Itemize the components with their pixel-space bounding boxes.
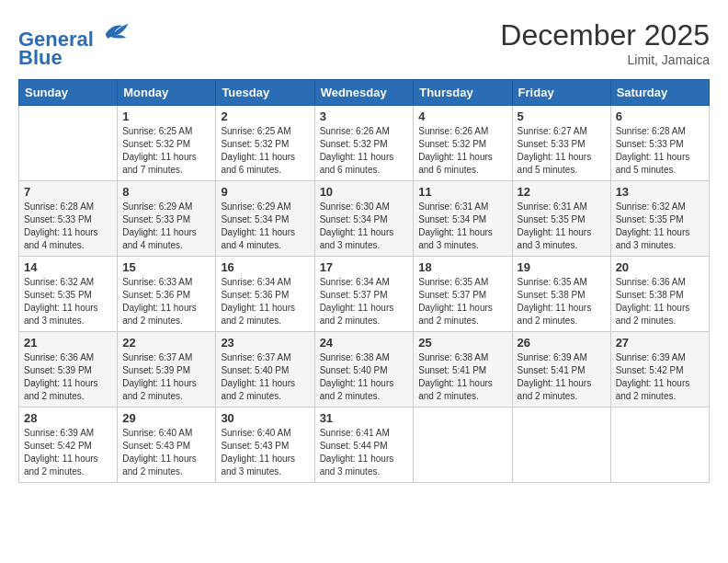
day-header-saturday: Saturday bbox=[610, 80, 709, 106]
calendar-cell: 11Sunrise: 6:31 AM Sunset: 5:34 PM Dayli… bbox=[414, 181, 512, 257]
day-number: 6 bbox=[616, 109, 704, 123]
calendar-cell: 5Sunrise: 6:27 AM Sunset: 5:33 PM Daylig… bbox=[512, 106, 610, 181]
day-info: Sunrise: 6:26 AM Sunset: 5:32 PM Dayligh… bbox=[418, 125, 506, 177]
calendar-cell: 27Sunrise: 6:39 AM Sunset: 5:42 PM Dayli… bbox=[610, 332, 709, 408]
calendar-cell: 4Sunrise: 6:26 AM Sunset: 5:32 PM Daylig… bbox=[414, 106, 512, 181]
day-info: Sunrise: 6:31 AM Sunset: 5:35 PM Dayligh… bbox=[518, 201, 606, 252]
calendar-cell bbox=[414, 408, 512, 483]
calendar-cell bbox=[610, 408, 709, 483]
day-info: Sunrise: 6:37 AM Sunset: 5:40 PM Dayligh… bbox=[221, 351, 309, 403]
day-number: 23 bbox=[221, 336, 309, 350]
day-info: Sunrise: 6:28 AM Sunset: 5:33 PM Dayligh… bbox=[616, 125, 704, 177]
day-number: 21 bbox=[24, 336, 112, 350]
day-number: 8 bbox=[122, 185, 210, 199]
day-info: Sunrise: 6:37 AM Sunset: 5:39 PM Dayligh… bbox=[122, 351, 210, 403]
day-info: Sunrise: 6:38 AM Sunset: 5:41 PM Dayligh… bbox=[418, 351, 506, 403]
calendar-cell: 28Sunrise: 6:39 AM Sunset: 5:42 PM Dayli… bbox=[19, 408, 118, 483]
day-info: Sunrise: 6:35 AM Sunset: 5:38 PM Dayligh… bbox=[518, 276, 606, 327]
day-header-wednesday: Wednesday bbox=[314, 80, 414, 106]
calendar-cell: 26Sunrise: 6:39 AM Sunset: 5:41 PM Dayli… bbox=[512, 332, 610, 408]
calendar-cell: 12Sunrise: 6:31 AM Sunset: 5:35 PM Dayli… bbox=[512, 181, 610, 257]
day-number: 25 bbox=[418, 336, 506, 350]
calendar-cell: 30Sunrise: 6:40 AM Sunset: 5:43 PM Dayli… bbox=[216, 408, 314, 483]
day-info: Sunrise: 6:29 AM Sunset: 5:33 PM Dayligh… bbox=[122, 201, 210, 252]
calendar-header-row: SundayMondayTuesdayWednesdayThursdayFrid… bbox=[19, 80, 710, 106]
day-info: Sunrise: 6:29 AM Sunset: 5:34 PM Dayligh… bbox=[221, 201, 309, 252]
day-number: 10 bbox=[320, 185, 409, 199]
day-info: Sunrise: 6:30 AM Sunset: 5:34 PM Dayligh… bbox=[320, 201, 409, 252]
calendar-cell bbox=[512, 408, 610, 483]
day-number: 3 bbox=[320, 109, 409, 123]
day-info: Sunrise: 6:36 AM Sunset: 5:39 PM Dayligh… bbox=[24, 351, 112, 403]
day-info: Sunrise: 6:31 AM Sunset: 5:34 PM Dayligh… bbox=[418, 201, 506, 252]
day-info: Sunrise: 6:25 AM Sunset: 5:32 PM Dayligh… bbox=[122, 125, 210, 177]
day-number: 11 bbox=[418, 185, 506, 199]
calendar-cell: 9Sunrise: 6:29 AM Sunset: 5:34 PM Daylig… bbox=[216, 181, 314, 257]
calendar-week-4: 21Sunrise: 6:36 AM Sunset: 5:39 PM Dayli… bbox=[19, 332, 710, 408]
title-block: December 2025 Limit, Jamaica bbox=[500, 18, 710, 67]
day-number: 17 bbox=[320, 260, 409, 274]
calendar-cell: 22Sunrise: 6:37 AM Sunset: 5:39 PM Dayli… bbox=[118, 332, 216, 408]
day-number: 28 bbox=[24, 411, 112, 425]
calendar-cell: 13Sunrise: 6:32 AM Sunset: 5:35 PM Dayli… bbox=[610, 181, 709, 257]
day-number: 12 bbox=[518, 185, 606, 199]
calendar-cell: 18Sunrise: 6:35 AM Sunset: 5:37 PM Dayli… bbox=[414, 257, 512, 332]
day-number: 13 bbox=[616, 185, 704, 199]
day-number: 29 bbox=[122, 411, 210, 425]
day-header-tuesday: Tuesday bbox=[216, 80, 314, 106]
location: Limit, Jamaica bbox=[500, 52, 710, 67]
calendar-table: SundayMondayTuesdayWednesdayThursdayFrid… bbox=[18, 79, 710, 483]
calendar-cell: 21Sunrise: 6:36 AM Sunset: 5:39 PM Dayli… bbox=[19, 332, 118, 408]
day-info: Sunrise: 6:36 AM Sunset: 5:38 PM Dayligh… bbox=[616, 276, 704, 327]
page-header: General Blue December 2025 Limit, Jamaic… bbox=[18, 18, 710, 70]
day-info: Sunrise: 6:41 AM Sunset: 5:44 PM Dayligh… bbox=[320, 427, 409, 478]
calendar-cell: 20Sunrise: 6:36 AM Sunset: 5:38 PM Dayli… bbox=[610, 257, 709, 332]
day-number: 14 bbox=[24, 260, 112, 274]
calendar-cell: 6Sunrise: 6:28 AM Sunset: 5:33 PM Daylig… bbox=[610, 106, 709, 181]
calendar-cell: 1Sunrise: 6:25 AM Sunset: 5:32 PM Daylig… bbox=[118, 106, 216, 181]
day-number: 5 bbox=[518, 109, 606, 123]
calendar-cell: 29Sunrise: 6:40 AM Sunset: 5:43 PM Dayli… bbox=[118, 408, 216, 483]
day-info: Sunrise: 6:38 AM Sunset: 5:40 PM Dayligh… bbox=[320, 351, 409, 403]
day-info: Sunrise: 6:39 AM Sunset: 5:42 PM Dayligh… bbox=[24, 427, 112, 478]
calendar-cell: 8Sunrise: 6:29 AM Sunset: 5:33 PM Daylig… bbox=[118, 181, 216, 257]
calendar-cell: 24Sunrise: 6:38 AM Sunset: 5:40 PM Dayli… bbox=[314, 332, 414, 408]
calendar-cell: 16Sunrise: 6:34 AM Sunset: 5:36 PM Dayli… bbox=[216, 257, 314, 332]
day-header-sunday: Sunday bbox=[19, 80, 118, 106]
calendar-cell: 2Sunrise: 6:25 AM Sunset: 5:32 PM Daylig… bbox=[216, 106, 314, 181]
calendar-cell: 31Sunrise: 6:41 AM Sunset: 5:44 PM Dayli… bbox=[314, 408, 414, 483]
calendar-week-1: 1Sunrise: 6:25 AM Sunset: 5:32 PM Daylig… bbox=[19, 106, 710, 181]
day-info: Sunrise: 6:35 AM Sunset: 5:37 PM Dayligh… bbox=[418, 276, 506, 327]
calendar-cell: 23Sunrise: 6:37 AM Sunset: 5:40 PM Dayli… bbox=[216, 332, 314, 408]
day-number: 2 bbox=[221, 109, 309, 123]
month-title: December 2025 bbox=[500, 18, 710, 52]
calendar-cell: 14Sunrise: 6:32 AM Sunset: 5:35 PM Dayli… bbox=[19, 257, 118, 332]
day-number: 27 bbox=[616, 336, 704, 350]
day-info: Sunrise: 6:40 AM Sunset: 5:43 PM Dayligh… bbox=[122, 427, 210, 478]
calendar-cell: 19Sunrise: 6:35 AM Sunset: 5:38 PM Dayli… bbox=[512, 257, 610, 332]
day-info: Sunrise: 6:39 AM Sunset: 5:42 PM Dayligh… bbox=[616, 351, 704, 403]
day-number: 1 bbox=[122, 109, 210, 123]
day-number: 15 bbox=[122, 260, 210, 274]
calendar-cell: 7Sunrise: 6:28 AM Sunset: 5:33 PM Daylig… bbox=[19, 181, 118, 257]
day-info: Sunrise: 6:34 AM Sunset: 5:37 PM Dayligh… bbox=[320, 276, 409, 327]
calendar-week-3: 14Sunrise: 6:32 AM Sunset: 5:35 PM Dayli… bbox=[19, 257, 710, 332]
day-info: Sunrise: 6:26 AM Sunset: 5:32 PM Dayligh… bbox=[320, 125, 409, 177]
day-header-monday: Monday bbox=[118, 80, 216, 106]
day-info: Sunrise: 6:27 AM Sunset: 5:33 PM Dayligh… bbox=[518, 125, 606, 177]
day-number: 24 bbox=[320, 336, 409, 350]
day-number: 18 bbox=[418, 260, 506, 274]
calendar-cell: 15Sunrise: 6:33 AM Sunset: 5:36 PM Dayli… bbox=[118, 257, 216, 332]
day-info: Sunrise: 6:25 AM Sunset: 5:32 PM Dayligh… bbox=[221, 125, 309, 177]
calendar-cell: 17Sunrise: 6:34 AM Sunset: 5:37 PM Dayli… bbox=[314, 257, 414, 332]
day-number: 31 bbox=[320, 411, 409, 425]
day-number: 22 bbox=[122, 336, 210, 350]
day-info: Sunrise: 6:39 AM Sunset: 5:41 PM Dayligh… bbox=[518, 351, 606, 403]
day-number: 4 bbox=[418, 109, 506, 123]
calendar-week-2: 7Sunrise: 6:28 AM Sunset: 5:33 PM Daylig… bbox=[19, 181, 710, 257]
calendar-cell: 25Sunrise: 6:38 AM Sunset: 5:41 PM Dayli… bbox=[414, 332, 512, 408]
logo: General Blue bbox=[18, 18, 130, 70]
day-info: Sunrise: 6:33 AM Sunset: 5:36 PM Dayligh… bbox=[122, 276, 210, 327]
calendar-cell: 3Sunrise: 6:26 AM Sunset: 5:32 PM Daylig… bbox=[314, 106, 414, 181]
calendar-week-5: 28Sunrise: 6:39 AM Sunset: 5:42 PM Dayli… bbox=[19, 408, 710, 483]
